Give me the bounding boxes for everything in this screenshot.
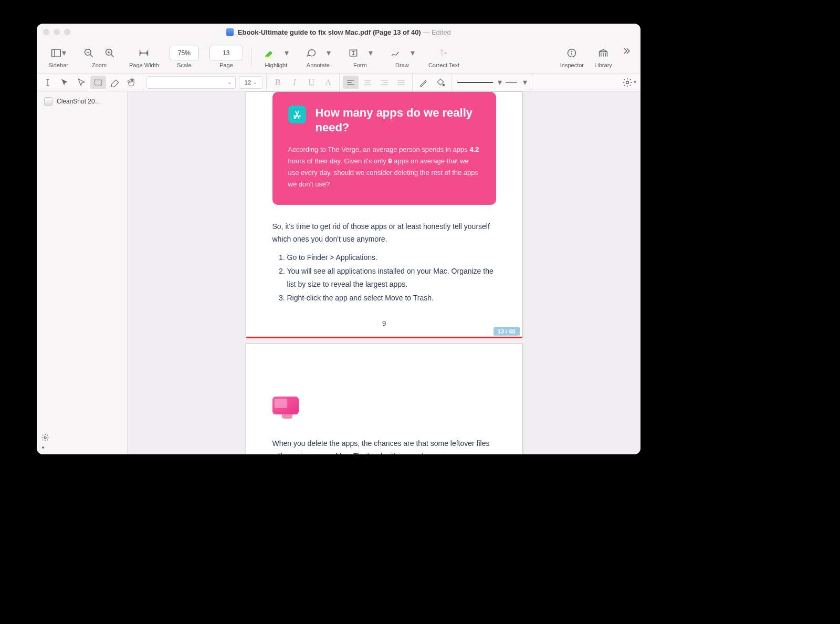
page-label: Page: [219, 62, 233, 68]
svg-rect-12: [265, 56, 271, 58]
svg-point-42: [44, 436, 46, 439]
window-title: Ebook-Ultimate guide to fix slow Mac.pdf…: [70, 28, 607, 36]
document-icon: [226, 28, 234, 36]
form-label: Form: [353, 62, 367, 68]
draw-menu-button[interactable]: ▾: [407, 46, 418, 60]
toolbar-overflow-button[interactable]: [617, 44, 635, 58]
draw-button[interactable]: [386, 46, 404, 60]
zoom-label: Zoom: [92, 62, 107, 68]
sidebar-settings-button[interactable]: ▼: [37, 430, 127, 454]
highlight-button[interactable]: [260, 46, 278, 60]
text-color-button[interactable]: A: [320, 76, 336, 89]
rectangle-select-tool[interactable]: [90, 76, 106, 89]
pdf-page: How many apps do we really need? Accordi…: [246, 91, 523, 337]
paragraph: So, it's time to get rid of those apps o…: [246, 221, 522, 246]
svg-line-3: [90, 54, 93, 57]
paragraph: When you delete the apps, the chances ar…: [246, 438, 522, 454]
arrow-style-button[interactable]: [505, 76, 520, 89]
library-label: Library: [594, 62, 612, 68]
appstore-icon: [288, 106, 306, 123]
align-right-button[interactable]: [376, 76, 392, 89]
sidebar-label: Sidebar: [48, 62, 68, 68]
gear-icon: [622, 77, 633, 88]
card-body: According to The Verge, an average perso…: [288, 144, 480, 190]
highlight-label: Highlight: [265, 62, 287, 68]
sidebar-item-label: CleanShot 20…: [57, 98, 101, 105]
fill-color-button[interactable]: [433, 76, 448, 89]
library-button[interactable]: [594, 46, 612, 60]
page-number: 9: [246, 311, 522, 337]
page-width-button[interactable]: [135, 46, 153, 60]
steps-list: Go to Finder > Applications. You will se…: [246, 246, 522, 311]
main-toolbar: ▾ Sidebar Zoom Page Width: [37, 40, 640, 74]
align-justify-button[interactable]: [393, 76, 409, 89]
bold-button[interactable]: B: [270, 76, 286, 89]
sidebar-toggle-button[interactable]: ▾: [47, 46, 69, 60]
svg-rect-0: [52, 49, 61, 57]
form-menu-button[interactable]: ▾: [365, 46, 376, 60]
hand-tool[interactable]: [124, 76, 140, 89]
text-cursor-tool[interactable]: [40, 76, 56, 89]
title-page-info: (Page 13 of 40): [373, 28, 421, 36]
font-size-input[interactable]: 12 ⌄: [239, 76, 263, 89]
highlighter-icon: [264, 48, 275, 58]
sidebar-item[interactable]: CleanShot 20…: [40, 95, 124, 108]
draw-icon: [390, 48, 401, 58]
chevron-down-icon: ⌄: [227, 79, 232, 86]
svg-rect-26: [94, 80, 101, 85]
line-style-button[interactable]: [455, 76, 495, 89]
annotate-menu-button[interactable]: ▾: [323, 46, 334, 60]
svg-line-6: [111, 54, 114, 57]
stroke-color-button[interactable]: [416, 76, 432, 89]
scale-label: Scale: [177, 62, 192, 68]
minimize-window-button[interactable]: [54, 29, 60, 35]
eraser-tool[interactable]: [107, 76, 123, 89]
settings-gear-button[interactable]: ▼: [622, 76, 637, 89]
zoom-window-button[interactable]: [64, 29, 70, 35]
page-cursor-line: [246, 337, 522, 338]
app-window: Ebook-Ultimate guide to fix slow Mac.pdf…: [37, 24, 640, 454]
title-filename: Ebook-Ultimate guide to fix slow Mac.pdf: [238, 28, 371, 36]
page-width-icon: [139, 48, 149, 58]
title-edited-label: — Edited: [423, 28, 450, 36]
list-item: Right-click the app and select Move to T…: [287, 292, 496, 305]
page-input[interactable]: 13: [209, 46, 243, 60]
highlight-menu-button[interactable]: ▾: [281, 46, 292, 60]
correct-text-button[interactable]: [435, 46, 453, 60]
arrow-style-menu[interactable]: ▾: [521, 76, 529, 89]
toolbar-separator: [251, 47, 252, 66]
pdf-page: When you delete the apps, the chances ar…: [246, 344, 523, 454]
pointer-tool[interactable]: [74, 76, 89, 89]
zoom-in-icon: [104, 48, 115, 58]
underline-button[interactable]: U: [303, 76, 319, 89]
scale-input[interactable]: 75%: [170, 46, 199, 60]
italic-button[interactable]: I: [287, 76, 302, 89]
gear-icon: [41, 433, 49, 442]
align-center-button[interactable]: [360, 76, 375, 89]
zoom-out-button[interactable]: [80, 46, 98, 60]
annotate-button[interactable]: [302, 46, 320, 60]
titlebar: Ebook-Ultimate guide to fix slow Mac.pdf…: [37, 24, 640, 40]
svg-point-21: [572, 51, 572, 51]
document-body: CleanShot 20… ▼ How many apps do we real…: [37, 91, 640, 454]
close-window-button[interactable]: [43, 29, 49, 35]
zoom-in-button[interactable]: [101, 46, 119, 60]
document-canvas[interactable]: How many apps do we really need? Accordi…: [128, 91, 640, 454]
thumbnail-icon: [44, 97, 52, 106]
correct-text-label: Correct Text: [428, 62, 459, 68]
speech-bubble-icon: [306, 48, 317, 58]
font-family-select[interactable]: ⌄: [146, 76, 236, 89]
draw-label: Draw: [395, 62, 409, 68]
arrow-tool[interactable]: [57, 76, 72, 89]
imac-icon: [272, 397, 302, 420]
annotate-label: Annotate: [307, 62, 330, 68]
form-button[interactable]: [344, 46, 362, 60]
line-style-menu[interactable]: ▾: [496, 76, 503, 89]
svg-point-41: [626, 81, 628, 84]
inspector-button[interactable]: [563, 46, 581, 60]
form-icon: [348, 48, 359, 58]
page-indicator-badge: 13 / 40: [494, 327, 520, 336]
edit-toolbar: ⌄ 12 ⌄ B I U A ▾ ▾ ▼: [37, 74, 640, 91]
info-icon: [566, 48, 577, 58]
align-left-button[interactable]: [343, 76, 359, 89]
